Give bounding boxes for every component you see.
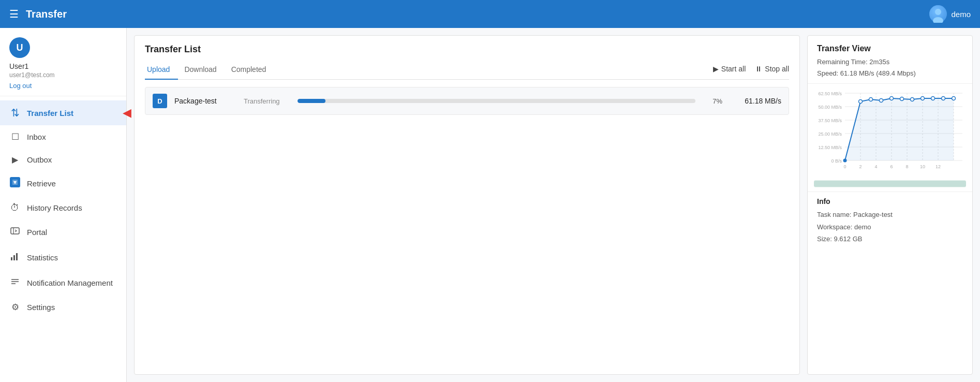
chart-scrollbar-thumb [814, 181, 966, 187]
svg-text:12: 12 [936, 164, 941, 169]
svg-point-44 [880, 99, 883, 102]
sidebar-item-label: Notification Management [27, 278, 113, 287]
settings-icon: ⚙ [9, 302, 21, 313]
svg-point-1 [935, 9, 941, 15]
main-layout: U User1 user1@test.com Log out ⇅ Transfe… [0, 28, 980, 382]
svg-text:8: 8 [905, 164, 908, 169]
size-value: 9.612 GB [834, 235, 863, 243]
header-username: demo [951, 10, 971, 19]
svg-point-43 [869, 98, 873, 101]
active-indicator-arrow: ◀ [123, 106, 131, 120]
svg-point-45 [890, 97, 894, 100]
workspace-value: demo [854, 223, 871, 231]
svg-rect-9 [13, 255, 15, 260]
svg-rect-10 [16, 253, 18, 260]
info-title: Info [817, 197, 963, 205]
sidebar-item-outbox[interactable]: ▶ Outbox [0, 149, 126, 171]
statistics-icon [9, 251, 21, 264]
tab-upload[interactable]: Upload [145, 62, 178, 80]
svg-point-46 [900, 97, 904, 101]
workspace-label: Workspace: [817, 223, 852, 231]
sidebar-email: user1@test.com [9, 71, 117, 79]
transfer-list-icon: ⇅ [9, 107, 21, 119]
header-user: demo [929, 5, 971, 23]
sidebar-item-portal[interactable]: Portal [0, 219, 126, 245]
history-icon: ⏱ [9, 202, 21, 213]
header-avatar-icon [929, 5, 947, 23]
svg-point-49 [931, 97, 935, 100]
sidebar-item-notification-management[interactable]: Notification Management [0, 270, 126, 296]
svg-text:62.50 MB/s: 62.50 MB/s [818, 91, 842, 96]
start-all-icon: ▶ [713, 65, 719, 73]
svg-text:0: 0 [843, 164, 846, 169]
item-name: Package-test [174, 97, 236, 105]
app-title: Transfer [26, 8, 929, 20]
svg-text:10: 10 [920, 164, 925, 169]
outbox-icon: ▶ [9, 155, 21, 165]
stop-all-icon: ⏸ [755, 65, 762, 73]
panel-header: Transfer List Upload Download Completed … [135, 36, 799, 80]
sidebar-item-history-records[interactable]: ⏱ History Records [0, 196, 126, 219]
speed-value: 61.18 MB/s (489.4 Mbps) [840, 69, 916, 77]
svg-marker-40 [845, 98, 954, 160]
menu-icon[interactable]: ☰ [9, 8, 19, 20]
tab-completed[interactable]: Completed [229, 62, 275, 80]
size-row: Size: 9.612 GB [817, 233, 963, 245]
stop-all-label: Stop all [765, 65, 789, 73]
progress-bar [298, 99, 695, 103]
remaining-time-label: Remaining Time: [817, 58, 868, 66]
task-name-row: Task name: Package-test [817, 209, 963, 221]
sidebar-item-statistics[interactable]: Statistics [0, 245, 126, 270]
svg-point-47 [911, 98, 914, 101]
sidebar: U User1 user1@test.com Log out ⇅ Transfe… [0, 28, 127, 382]
svg-text:50.00 MB/s: 50.00 MB/s [818, 105, 842, 110]
sidebar-item-label: Portal [27, 228, 47, 237]
svg-text:6: 6 [890, 164, 893, 169]
speed-label: Speed: [817, 69, 838, 77]
view-stats: Remaining Time: 2m35s Speed: 61.18 MB/s … [817, 56, 963, 79]
sidebar-nav: ⇅ Transfer List ◀ ☐ Inbox ▶ Outbox [0, 96, 126, 323]
start-all-button[interactable]: ▶ Start all [713, 65, 746, 73]
svg-text:0 B/s: 0 B/s [831, 158, 842, 164]
sidebar-item-inbox[interactable]: ☐ Inbox [0, 125, 126, 149]
remaining-time-value: 2m35s [869, 58, 889, 66]
svg-text:37.50 MB/s: 37.50 MB/s [818, 118, 842, 123]
task-name-value: Package-test [853, 211, 893, 218]
svg-point-50 [942, 97, 945, 100]
svg-text:4: 4 [874, 164, 877, 169]
sidebar-item-label: Settings [27, 303, 55, 312]
sidebar-username: User1 [9, 62, 117, 70]
sidebar-item-label: Outbox [27, 155, 52, 164]
tab-actions: ▶ Start all ⏸ Stop all [713, 65, 789, 77]
stop-all-button[interactable]: ⏸ Stop all [755, 65, 789, 73]
app-header: ☰ Transfer demo [0, 0, 980, 28]
svg-rect-8 [11, 257, 12, 260]
sidebar-item-settings[interactable]: ⚙ Settings [0, 296, 126, 319]
svg-point-41 [843, 159, 847, 163]
sidebar-item-retrieve[interactable]: Retrieve [0, 171, 126, 196]
sidebar-user-section: U User1 user1@test.com Log out [0, 28, 126, 96]
sidebar-item-label: History Records [27, 203, 82, 212]
sidebar-item-transfer-list[interactable]: ⇅ Transfer List ◀ [0, 100, 126, 125]
table-row[interactable]: D Package-test Transferring 7% 61.18 MB/… [145, 87, 789, 115]
speed-chart: 62.50 MB/s 50.00 MB/s 37.50 MB/s 25.00 M… [814, 88, 966, 176]
tabs-row: Upload Download Completed ▶ Start all ⏸ … [145, 62, 789, 80]
svg-text:2: 2 [859, 164, 862, 169]
transfer-items-list: D Package-test Transferring 7% 61.18 MB/… [135, 80, 799, 374]
portal-icon [9, 226, 21, 239]
chart-area: 62.50 MB/s 50.00 MB/s 37.50 MB/s 25.00 M… [808, 84, 972, 180]
start-all-label: Start all [721, 65, 746, 73]
sidebar-item-label: Inbox [27, 133, 46, 141]
sidebar-user-avatar: U [9, 37, 30, 58]
logout-button[interactable]: Log out [9, 82, 117, 90]
chart-scrollbar[interactable] [814, 180, 966, 187]
size-label: Size: [817, 235, 832, 243]
task-name-label: Task name: [817, 211, 851, 218]
content-area: Transfer List Upload Download Completed … [127, 28, 980, 382]
svg-text:12.50 MB/s: 12.50 MB/s [818, 145, 842, 150]
svg-point-42 [859, 100, 863, 104]
view-info: Info Task name: Package-test Workspace: … [808, 192, 972, 252]
retrieve-icon [9, 177, 21, 190]
item-status: Transferring [244, 97, 290, 105]
tab-download[interactable]: Download [182, 62, 225, 80]
